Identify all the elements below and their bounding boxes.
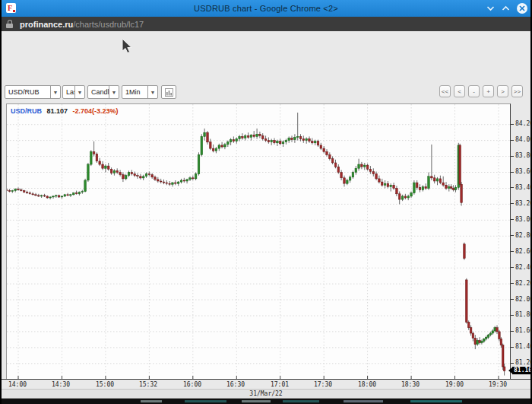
y-axis-label: 82.200 (515, 280, 532, 287)
chart-type-value: Candle (88, 86, 109, 98)
y-axis-tick (511, 203, 514, 204)
y-axis-tick (511, 251, 514, 252)
price-type-value: Last (63, 86, 74, 98)
profinance-favicon-icon: F (6, 3, 16, 13)
screen: F USDRUB chart - Google Chrome <2> p (0, 0, 532, 404)
chart-nav-buttons: <<<-+>>> (439, 85, 523, 97)
nav-button-4[interactable]: > (497, 85, 508, 97)
y-axis-label: 82.000 (515, 296, 532, 303)
legend-symbol: USD/RUB (11, 107, 42, 115)
y-axis-label: 83.000 (515, 216, 532, 223)
y-axis-tick (511, 172, 514, 173)
chevron-down-icon[interactable]: ▼ (74, 86, 84, 98)
y-axis-tick (511, 283, 514, 284)
x-axis-label: 17:01 (271, 381, 289, 388)
interval-value: 1Min (122, 86, 147, 98)
x-axis-label: 16:30 (226, 381, 245, 388)
y-axis-tick (511, 363, 514, 364)
symbol-select[interactable]: USD/RUB ▼ (5, 85, 61, 99)
price-type-select[interactable]: Last ▼ (62, 85, 85, 99)
y-axis-label: 82.600 (515, 248, 532, 255)
nav-button-2[interactable]: - (468, 85, 480, 97)
nav-button-3[interactable]: + (483, 85, 494, 97)
y-axis-tick (511, 315, 514, 316)
candlestick-chart-plot[interactable] (6, 103, 511, 379)
url-path: /charts/usdrub/lc17 (73, 20, 144, 29)
lock-icon (6, 20, 13, 28)
nav-button-1[interactable]: < (454, 85, 465, 97)
candlestick-canvas (7, 104, 511, 380)
x-axis-label: 19:00 (445, 381, 464, 388)
url-host: profinance.ru (20, 20, 73, 29)
chart-legend: USD/RUB 81.107 -2.704(-3.23%) (11, 107, 119, 115)
chevron-down-icon[interactable]: ▼ (147, 86, 157, 98)
y-axis-tick (511, 219, 514, 220)
chevron-down-icon[interactable]: ▼ (109, 86, 119, 98)
x-axis-label: 14:30 (52, 381, 70, 388)
chart-type-select[interactable]: Candle ▼ (87, 85, 119, 99)
interval-select[interactable]: 1Min ▼ (122, 85, 158, 99)
legend-change: -2.704(-3.23%) (73, 107, 119, 115)
chevron-down-icon[interactable]: ▼ (50, 86, 60, 98)
y-axis-tick (511, 235, 514, 236)
x-axis-label: 18:00 (358, 381, 376, 388)
histogram-button[interactable] (161, 85, 176, 99)
x-axis-label: 17:30 (314, 381, 332, 388)
x-axis-line (2, 379, 530, 380)
x-axis-label: 18:30 (401, 381, 420, 388)
close-button[interactable] (517, 3, 527, 14)
y-axis-label: 83.600 (515, 168, 532, 175)
x-axis-label: 19:30 (489, 381, 507, 388)
y-axis-tick (511, 331, 514, 332)
date-strip: 31/Mar/22 (2, 389, 530, 399)
y-axis-label: 84.200 (515, 120, 532, 127)
y-axis-label: 81.600 (515, 327, 532, 334)
favicon-letter: F (8, 3, 12, 13)
minimize-button[interactable] (486, 5, 495, 11)
y-axis-label: 84.000 (515, 136, 532, 143)
y-axis-tick (511, 299, 514, 300)
y-axis-label: 82.400 (515, 264, 532, 271)
y-axis-label: 83.400 (515, 184, 532, 191)
y-axis-label: 81.800 (515, 311, 532, 318)
mouse-cursor (122, 38, 134, 55)
x-axis-label: 14:00 (8, 381, 27, 388)
nav-button-5[interactable]: >> (511, 85, 523, 97)
y-axis-label: 83.800 (515, 152, 532, 159)
y-axis-tick (511, 140, 514, 141)
legend-last-price: 81.107 (47, 107, 68, 115)
favicon-dot (13, 10, 15, 12)
bar-chart-icon (165, 88, 173, 97)
y-axis-tick (511, 187, 514, 188)
window-title: USDRUB chart - Google Chrome <2> (0, 4, 532, 13)
maximize-button[interactable] (502, 5, 510, 11)
y-axis-label: 82.800 (515, 232, 532, 239)
y-axis-tick (511, 267, 514, 268)
url-text[interactable]: profinance.ru/charts/usdrub/lc17 (20, 20, 144, 29)
last-price-tag: 81.107 (512, 367, 532, 374)
y-axis-label: 83.200 (515, 200, 532, 207)
x-axis-label: 15:00 (96, 381, 114, 388)
y-axis-label: 81.200 (515, 359, 532, 366)
y-axis-tick (511, 156, 514, 157)
close-icon (519, 5, 525, 11)
y-axis-tick (511, 347, 514, 348)
nav-button-0[interactable]: << (439, 85, 451, 97)
background-window-strip (0, 399, 532, 404)
x-axis-label: 16:00 (183, 381, 201, 388)
y-axis-label: 81.400 (515, 343, 532, 350)
window-titlebar[interactable]: F USDRUB chart - Google Chrome <2> (0, 0, 532, 17)
y-axis-tick (511, 124, 514, 125)
symbol-select-value: USD/RUB (5, 86, 50, 98)
screen-edge-left (0, 0, 2, 404)
x-axis-label: 15:32 (139, 381, 157, 388)
address-bar[interactable]: profinance.ru/charts/usdrub/lc17 (0, 17, 532, 31)
